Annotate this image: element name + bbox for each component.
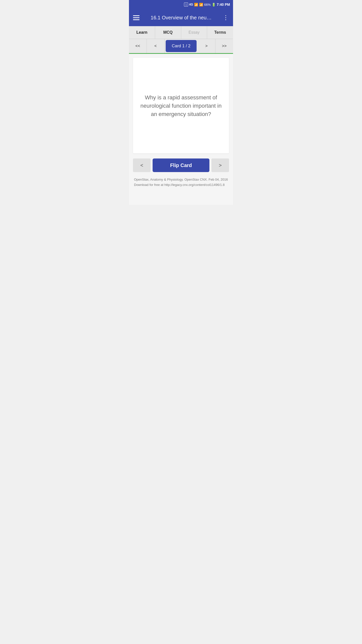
battery-level: 66% — [204, 3, 211, 7]
tab-learn[interactable]: Learn — [129, 26, 155, 39]
tab-essay[interactable]: Essay — [181, 26, 207, 39]
card-controls: < Flip Card > — [133, 158, 229, 172]
status-time: 7:40 PM — [217, 3, 230, 7]
menu-line-3 — [133, 19, 140, 20]
last-card-button[interactable]: >> — [215, 39, 233, 53]
footer-line-1: OpenStax, Anatomy & Physiology. OpenStax… — [134, 178, 228, 181]
app-title: 16.1 Overview of the neu… — [143, 15, 220, 21]
prev-card-button[interactable]: < — [147, 39, 165, 53]
hamburger-menu-button[interactable] — [133, 15, 140, 20]
more-options-button[interactable]: ⋮ — [223, 14, 229, 21]
next-card-button[interactable]: > — [198, 39, 215, 53]
menu-line-1 — [133, 15, 140, 16]
card-indicator-button[interactable]: Card 1 / 2 — [166, 40, 197, 52]
main-content: Why is a rapid assessment of neurologica… — [129, 54, 233, 205]
flashcard-question: Why is a rapid assessment of neurologica… — [139, 93, 223, 118]
menu-line-2 — [133, 17, 140, 18]
status-bar: 1 4G 📶 📶 66% 🔋 7:40 PM — [129, 0, 233, 9]
tab-mcq[interactable]: MCQ — [155, 26, 181, 39]
prev-flashcard-button[interactable]: < — [133, 158, 151, 172]
roaming-signal-icon: 📶 — [199, 3, 203, 7]
signal-icon: 📶 — [194, 3, 198, 7]
card-navigation: << < Card 1 / 2 > >> — [129, 39, 233, 54]
first-card-button[interactable]: << — [129, 39, 147, 53]
battery-icon: 🔋 — [212, 3, 216, 7]
status-icons: 1 4G 📶 📶 66% 🔋 7:40 PM — [184, 3, 230, 7]
tab-terms[interactable]: Terms — [207, 26, 233, 39]
flashcard[interactable]: Why is a rapid assessment of neurologica… — [133, 58, 229, 153]
sim-icon: 1 — [184, 3, 188, 7]
footer-attribution: OpenStax, Anatomy & Physiology. OpenStax… — [133, 177, 229, 188]
app-header: 16.1 Overview of the neu… ⋮ — [129, 9, 233, 26]
flip-card-button[interactable]: Flip Card — [153, 158, 209, 172]
next-flashcard-button[interactable]: > — [211, 158, 229, 172]
footer-line-2: Download for free at http://legacy.cnx.o… — [134, 183, 224, 187]
tab-navigation: Learn MCQ Essay Terms — [129, 26, 233, 39]
network-type: 4G — [189, 3, 193, 6]
